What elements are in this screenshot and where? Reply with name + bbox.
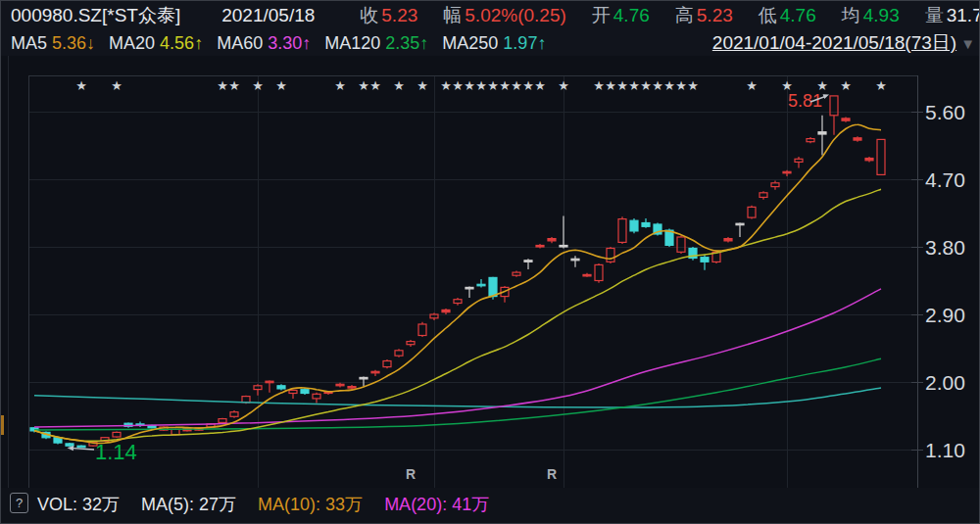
- star-icon: ★: [416, 78, 428, 93]
- star-icon: ★: [605, 78, 616, 93]
- open-value: 4.76: [613, 5, 650, 26]
- ma5-line: [34, 124, 881, 443]
- field-volume: 量 31.73万: [925, 3, 980, 28]
- star-icon: ★: [840, 78, 852, 93]
- kline-chart-region[interactable]: 5.604.703.802.902.001.10★★★★★★★★★★★★★★★★…: [1, 56, 980, 488]
- annotation-arrowhead: [823, 94, 830, 99]
- star-icon: ★: [440, 78, 452, 93]
- kline-chart[interactable]: 5.604.703.802.902.001.10★★★★★★★★★★★★★★★★…: [1, 56, 980, 488]
- vol-label: VOL: 32万: [37, 493, 120, 516]
- star-icon: ★: [522, 78, 534, 93]
- grid: [28, 75, 917, 488]
- vol-ma10-label: MA(10): 33万: [258, 493, 363, 516]
- ma120-value: 2.35↑: [385, 33, 428, 54]
- peak-price-annotation: 5.81: [788, 91, 822, 111]
- star-icon: ★: [511, 78, 522, 93]
- star-icon: ★: [652, 78, 663, 93]
- close-value: 5.23: [381, 5, 417, 26]
- field-high: 高 5.23: [675, 3, 733, 28]
- ma250-line: [34, 388, 881, 407]
- candles: [30, 96, 885, 448]
- star-icon: ★: [358, 78, 369, 93]
- quote-header-bar: 000980.SZ[*ST众泰] 2021/05/18 收 5.23 幅 5.0…: [1, 1, 980, 30]
- price-tick-label: 3.80: [925, 236, 965, 259]
- price-tick-label: 5.60: [925, 101, 965, 123]
- price-tick-label: 2.00: [925, 371, 965, 394]
- star-icon: ★: [228, 78, 240, 93]
- field-low: 低 4.76: [759, 3, 816, 28]
- star-icon: ★: [593, 78, 605, 93]
- date-range-selector[interactable]: 2021/01/04-2021/05/18(73日) ▼: [712, 30, 980, 56]
- high-value: 5.23: [697, 5, 733, 26]
- ma60-item: MA60 3.30↑: [217, 33, 311, 54]
- ma20-line: [34, 189, 881, 441]
- star-icon: ★: [558, 78, 569, 93]
- volume-value: 31.73万: [947, 3, 980, 28]
- star-icon: ★: [217, 78, 228, 93]
- star-icon: ★: [111, 78, 122, 93]
- chevron-down-icon[interactable]: ▼: [960, 35, 975, 52]
- star-icon: ★: [616, 78, 628, 93]
- star-icon: ★: [393, 78, 405, 93]
- vol-ma5-label: MA(5): 27万: [141, 493, 236, 516]
- star-icon: ★: [687, 78, 699, 93]
- ma250-value: 1.97↑: [503, 33, 546, 54]
- star-icon: ★: [487, 78, 499, 93]
- stock-chart-window: 000980.SZ[*ST众泰] 2021/05/18 收 5.23 幅 5.0…: [0, 0, 980, 524]
- ma5-item: MA5 5.36↓: [11, 33, 95, 54]
- ex-rights-marker: R: [406, 466, 416, 482]
- quote-date: 2021/05/18: [221, 5, 315, 26]
- price-tick-label: 4.70: [925, 168, 965, 191]
- price-tick-label: 2.90: [925, 304, 965, 326]
- star-icon: ★: [628, 78, 640, 93]
- ex-rights-marker: R: [547, 466, 557, 482]
- change-value: 5.02%(0.25): [465, 5, 566, 26]
- vol-ma20-label: MA(20): 41万: [384, 493, 489, 516]
- star-icon: ★: [75, 78, 87, 93]
- ma250-item: MA250 1.97↑: [442, 33, 546, 54]
- ma-lines: [34, 124, 881, 443]
- low-value: 4.76: [780, 5, 816, 26]
- ma20-value: 4.56↑: [160, 33, 203, 54]
- ma120-item: MA120 2.35↑: [324, 33, 428, 54]
- star-icon: ★: [640, 78, 652, 93]
- avg-value: 4.93: [863, 5, 900, 26]
- field-avg: 均 4.93: [842, 3, 900, 28]
- star-icon: ★: [475, 78, 487, 93]
- help-icon[interactable]: ?: [10, 493, 28, 513]
- ma60-value: 3.30↑: [268, 33, 311, 54]
- star-icon: ★: [252, 78, 264, 93]
- ma5-value: 5.36↓: [52, 33, 95, 54]
- star-icon: ★: [663, 78, 675, 93]
- star-icon: ★: [452, 78, 464, 93]
- star-icon: ★: [464, 78, 475, 93]
- star-icon: ★: [675, 78, 687, 93]
- low-price-annotation: 1.14: [95, 440, 137, 464]
- star-icon: ★: [369, 78, 381, 93]
- ma20-item: MA20 4.56↑: [109, 33, 203, 54]
- star-icon: ★: [746, 78, 758, 93]
- star-icon: ★: [534, 78, 546, 93]
- ma120-line: [34, 358, 881, 430]
- field-close: 收 5.23: [360, 3, 417, 28]
- star-icon: ★: [875, 78, 887, 93]
- field-change: 幅 5.02%(0.25): [443, 3, 566, 28]
- symbol-title: 000980.SZ[*ST众泰]: [11, 3, 180, 28]
- price-tick-label: 1.10: [925, 439, 965, 461]
- volume-pane-header: ? VOL: 32万 MA(5): 27万 MA(10): 33万 MA(20)…: [1, 488, 980, 524]
- date-range-label[interactable]: 2021/01/04-2021/05/18(73日): [712, 30, 956, 56]
- star-icon: ★: [275, 78, 287, 93]
- star-icon: ★: [499, 78, 511, 93]
- ma-indicator-bar: MA5 5.36↓ MA20 4.56↑ MA60 3.30↑ MA120 2.…: [1, 30, 980, 56]
- field-open: 开 4.76: [592, 3, 650, 28]
- star-icon: ★: [334, 78, 346, 93]
- price-axis: 5.604.703.802.902.001.10: [911, 101, 965, 461]
- star-markers: ★★★★★★★★★★★★★★★★★★★★★★★★★★★★★★★★★★★: [75, 78, 887, 93]
